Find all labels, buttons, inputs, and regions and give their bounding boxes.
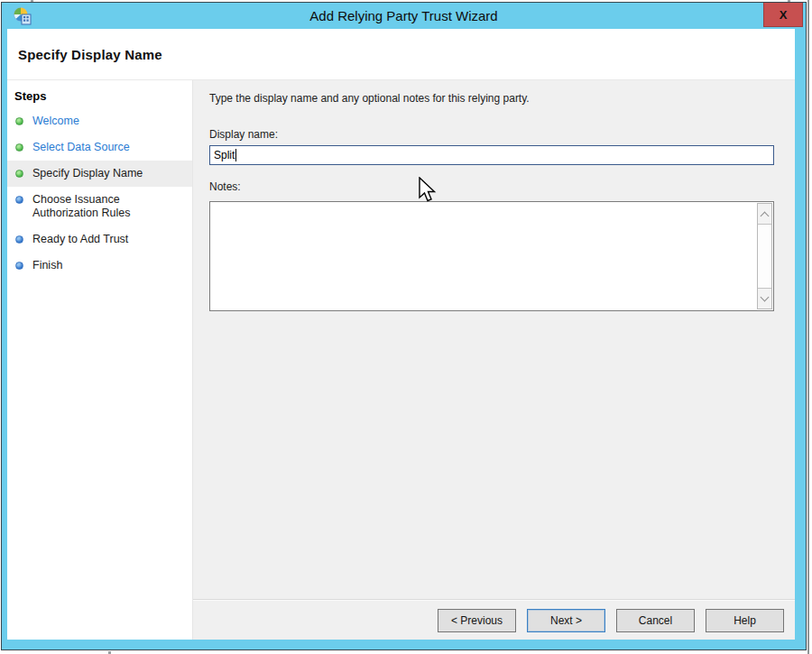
page-title: Specify Display Name [18,47,162,62]
chevron-up-icon [761,211,770,220]
button-bar: < Previous Next > Cancel Help [193,599,795,640]
step-label: Finish [32,259,62,272]
sidebar-step-select-data-source[interactable]: Select Data Source [7,134,192,161]
step-label: Specify Display Name [32,167,143,180]
cancel-button[interactable]: Cancel [616,609,695,632]
window-title: Add Relying Party Trust Wizard [2,8,806,23]
step-completed-icon [15,170,23,178]
steps-sidebar: Steps Welcome Select Data Source Specify… [7,80,193,640]
steps-heading: Steps [7,88,192,108]
wizard-dialog: Add Relying Party Trust Wizard X Specify… [1,2,807,650]
display-name-value: Split [214,149,235,161]
step-label: Choose Issuance Authorization Rules [32,193,168,220]
previous-button[interactable]: < Previous [438,609,516,632]
scroll-down-button[interactable] [758,288,771,309]
text-caret [235,149,236,161]
step-label: Welcome [32,115,79,128]
step-completed-icon [15,117,23,125]
close-icon: X [780,8,788,22]
adfs-app-icon [13,6,32,25]
notes-scrollbar[interactable] [757,203,772,309]
sidebar-step-welcome[interactable]: Welcome [7,108,192,134]
background-window-edge [807,0,809,654]
sidebar-step-finish: Finish [7,253,192,279]
next-button[interactable]: Next > [527,609,605,632]
sidebar-step-choose-issuance-authorization-rules: Choose Issuance Authorization Rules [7,187,192,226]
dialog-body: Specify Display Name Steps Welcome Selec… [7,29,795,640]
display-name-label: Display name: [209,128,774,141]
notes-label: Notes: [209,180,774,193]
chevron-down-icon [761,292,770,301]
content-spacer [193,311,795,599]
step-completed-icon [15,143,23,152]
step-upcoming-icon [15,235,23,244]
sidebar-step-specify-display-name[interactable]: Specify Display Name [7,161,192,187]
display-name-input[interactable]: Split [209,145,774,165]
page-header: Specify Display Name [7,29,795,80]
scroll-up-button[interactable] [758,204,771,225]
step-upcoming-icon [15,262,23,270]
content-pane: Type the display name and any optional n… [193,80,795,640]
instruction-text: Type the display name and any optional n… [209,92,774,105]
close-button[interactable]: X [763,3,803,27]
help-button[interactable]: Help [706,609,784,632]
step-upcoming-icon [15,196,23,204]
sidebar-step-ready-to-add-trust: Ready to Add Trust [7,226,192,253]
title-bar[interactable]: Add Relying Party Trust Wizard X [2,3,806,29]
step-label: Select Data Source [32,141,130,154]
notes-textarea[interactable] [209,201,774,311]
step-label: Ready to Add Trust [32,233,128,246]
